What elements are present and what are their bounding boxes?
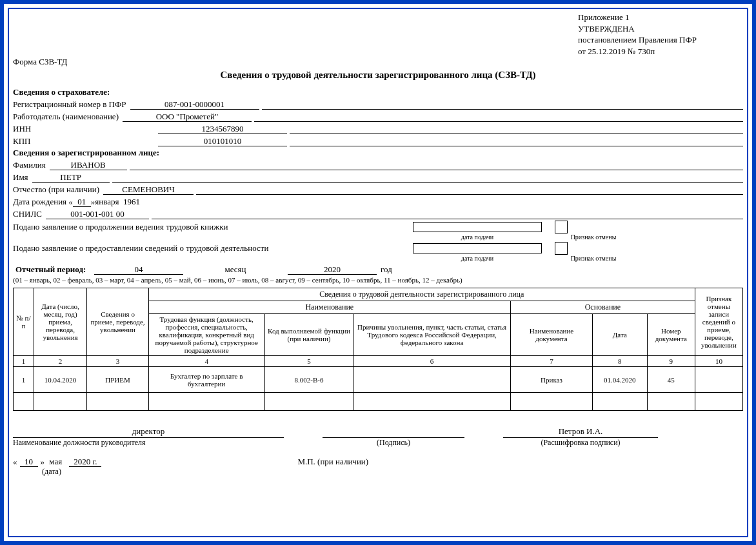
r1-doc: Приказ [510,367,592,393]
mp-label: М.П. (при наличии) [297,457,368,467]
approval-block: Приложение 1 УТВЕРЖДЕНА постановлением П… [578,12,743,57]
col-num-6: 6 [353,356,511,367]
r1-date: 10.04.2020 [34,367,87,393]
col-doc-num: Номер документа [647,314,695,356]
patronymic-line [196,184,743,195]
statement-date-sublabel-2: дата подачи [413,255,542,262]
period-months-note: (01 – январь, 02 – февраль, 03 – март, 0… [13,276,743,284]
inn-line [290,124,743,134]
approval-line-4: от 25.12.2019 № 730п [578,46,743,57]
position-value: директор [13,426,284,438]
document-title: Сведения о трудовой деятельности зарегис… [13,70,743,81]
activity-table: № п/п Дата (число, месяц, год) приема, п… [13,288,743,411]
col-info: Сведения о приеме, переводе, увольнении [87,288,148,356]
employer-line [254,112,743,122]
snils-value: 001-001-001 00 [46,209,149,219]
sign-date-month: мая [49,457,62,467]
surname-line [130,160,743,170]
col-doc-date: Дата [592,314,647,356]
col-doc: Наименование документа [510,314,592,356]
kpp-line [290,136,743,146]
position-label: Наименование должности руководителя [13,438,284,448]
col-num: № п/п [14,288,34,356]
r1-num: 1 [14,367,34,393]
reg-number-label: Регистрационный номер в ПФР [13,99,126,110]
col-num-7: 7 [510,356,592,367]
period-year-value: 2020 [288,264,377,275]
sign-date-label: (дата) [13,467,90,477]
col-num-10: 10 [695,356,742,367]
col-num-3: 3 [87,356,148,367]
approval-line-2: УТВЕРЖДЕНА [578,23,743,35]
snils-label: СНИЛС [13,209,42,219]
dob-prefix: Дата рождения « [13,197,73,207]
col-num-2: 2 [34,356,87,367]
sign-date-day: 10 [20,457,38,467]
col-num-4: 4 [148,356,264,367]
dob-day: 01 [73,197,91,207]
patronymic-value: СЕМЕНОВИЧ [103,184,194,195]
col-num-8: 8 [592,356,647,367]
name-line [112,172,743,183]
document-frame-outer: Приложение 1 УТВЕРЖДЕНА постановлением П… [0,0,756,545]
inn-value: 1234567890 [158,124,287,134]
statement-cancel-sublabel-2: Признак отмены [555,255,632,262]
name-label: Имя [13,172,28,183]
statement-2: Подано заявление о предоставлении сведен… [13,243,400,253]
col-cancel: Признак отмены записи сведений о приеме,… [695,288,742,356]
col-func: Трудовая функция (должность, профессия, … [148,314,264,356]
signature-line [323,426,464,438]
form-code: Форма СЗВ-ТД [13,57,743,67]
surname-value: ИВАНОВ [50,160,127,170]
signer-name-label: (Расшифровка подписи) [503,438,658,448]
col-basis: Основание [510,301,695,314]
signature-area: директор Петров И.А. Наименование должно… [13,426,743,477]
approval-line-1: Приложение 1 [578,12,743,23]
dob-year: 1961 [123,197,140,207]
sign-date-year: 2020 г. [69,457,101,467]
col-date: Дата (число, месяц, год) приема, перевод… [34,288,87,356]
employer-label: Работодатель (наименование) [13,112,119,122]
col-naming: Наименование [148,301,510,314]
col-reason: Причины увольнения, пункт, часть статьи,… [353,314,511,356]
col-group-top: Сведения о трудовой деятельности зарегис… [148,288,695,301]
period-month-value: 04 [94,264,183,275]
r1-func: Бухгалтер по зарплате в бухгалтерии [148,367,264,393]
snils-line [152,209,743,219]
statement-cancel-sublabel: Признак отмены [555,233,632,241]
col-num-1: 1 [14,356,34,367]
col-num-9: 9 [647,356,695,367]
employer-value: ООО "Прометей" [123,112,252,122]
dob-month: января [95,197,119,207]
signature-label: (Подпись) [323,438,464,448]
table-row: 1 10.04.2020 ПРИЕМ Бухгалтер по зарплате… [14,367,743,393]
statement-1-date-box [413,222,542,232]
surname-label: Фамилия [13,160,46,170]
inn-label: ИНН [13,124,158,134]
col-code: Код выполняемой функции (при наличии) [264,314,353,356]
period-label: Отчетный период: [13,264,90,275]
reg-number-value: 087-001-0000001 [130,99,259,110]
r1-doc-date: 01.04.2020 [592,367,647,393]
r1-reason [353,367,511,393]
name-value: ПЕТР [32,172,110,183]
statement-2-cancel-checkbox[interactable] [555,242,568,255]
r1-code: 8.002-В-6 [264,367,353,393]
patronymic-label: Отчество (при наличии) [13,184,99,195]
period-year-label: год [381,264,419,275]
r1-action: ПРИЕМ [87,367,148,393]
col-num-5: 5 [264,356,353,367]
kpp-value: 010101010 [158,136,287,146]
reg-number-line [262,99,744,110]
person-heading: Сведения о зарегистрированном лице: [13,148,743,158]
approval-line-3: постановлением Правления ПФР [578,34,743,46]
statement-date-sublabel: дата подачи [413,233,542,241]
period-month-label: месяц [187,264,284,275]
statement-1: Подано заявление о продолжении ведения т… [13,222,400,232]
insurer-heading: Сведения о страхователе: [13,87,743,97]
statement-1-cancel-checkbox[interactable] [555,221,568,233]
r1-doc-num: 45 [647,367,695,393]
statement-2-date-box [413,243,542,253]
r1-cancel [695,367,742,393]
table-row-blank [14,393,743,411]
